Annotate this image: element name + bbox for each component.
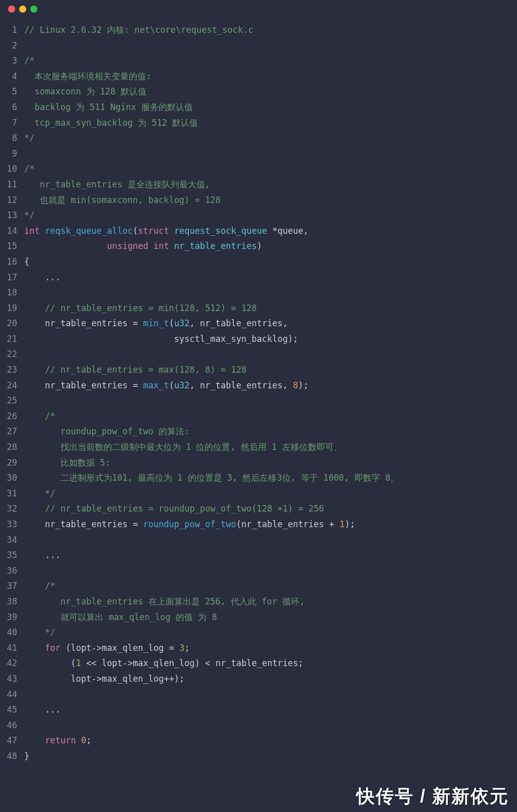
code-line: */: [24, 625, 511, 640]
code-line: ...: [24, 547, 511, 563]
line-number: 15: [0, 238, 17, 254]
token-op: ,: [190, 380, 200, 390]
token-keyword: unsigned: [107, 241, 148, 251]
code-line: roundup_pow_of_two 的算法:: [24, 424, 511, 439]
token-ident: lopt: [71, 674, 91, 684]
token-ident: nr_table_entries: [200, 318, 283, 328]
token-comment: /*: [24, 164, 34, 174]
code-line: tcp_max_syn_backlog 为 512 默认值: [24, 115, 511, 131]
code-line: (1 << lopt->max_qlen_log) < nr_table_ent…: [24, 655, 511, 671]
code-line: int reqsk_queue_alloc(struct request_soc…: [24, 223, 511, 239]
window-close-button[interactable]: [8, 6, 15, 13]
code-line: unsigned int nr_table_entries): [24, 238, 511, 254]
token-comment: // nr_table_entries = max(128, 8) = 128: [45, 365, 246, 375]
token-comment: 本次服务端环境相关变量的值:: [24, 71, 151, 81]
token-op: [24, 303, 45, 313]
token-op: );: [345, 519, 355, 529]
line-number: 25: [0, 393, 17, 409]
code-line: somaxconn 为 128 默认值: [24, 84, 511, 99]
token-comment: 二进制形式为101, 最高位为 1 的位置是 3, 然后左移3位, 等于 100…: [45, 473, 399, 483]
line-number: 44: [0, 687, 17, 702]
line-number: 3: [0, 53, 17, 69]
line-number: 47: [0, 733, 17, 748]
code-line: [24, 393, 511, 409]
token-comment: backlog 为 511 Nginx 服务的默认值: [24, 102, 193, 112]
line-number: 41: [0, 640, 17, 656]
code-line: */: [24, 486, 511, 501]
token-comment: /*: [45, 581, 55, 591]
token-op: [24, 581, 45, 591]
token-comment: roundup_pow_of_two 的算法:: [45, 426, 189, 436]
code-line: // Linux 2.6.32 内核: net\core\request_soc…: [24, 22, 511, 38]
code-line: backlog 为 511 Nginx 服务的默认值: [24, 99, 511, 115]
code-line: nr_table_entries = roundup_pow_of_two(nr…: [24, 517, 511, 532]
token-func: max_t: [143, 380, 169, 390]
code-line: lopt->max_qlen_log++);: [24, 671, 511, 687]
token-op: +: [324, 519, 340, 529]
token-op: );: [288, 334, 298, 344]
token-op: =: [128, 380, 143, 390]
token-op: [24, 735, 45, 745]
line-number: 31: [0, 486, 17, 501]
token-comment: */: [45, 488, 55, 498]
token-comment: // Linux 2.6.32 内核: net\core\request_soc…: [24, 25, 253, 35]
line-number: 6: [0, 99, 17, 115]
token-op: [24, 503, 45, 514]
token-op: ) <: [195, 658, 216, 668]
code-line: [24, 146, 511, 162]
code-line: nr_table_entries = min_t(u32, nr_table_e…: [24, 316, 511, 331]
code-line: /*: [24, 53, 511, 69]
code-line: /*: [24, 409, 511, 424]
token-keyword: return: [45, 735, 76, 745]
code-line: 比如数据 5:: [24, 455, 511, 471]
line-number: 7: [0, 115, 17, 131]
token-comment: // nr_table_entries = roundup_pow_of_two…: [45, 503, 324, 514]
token-op: <<: [81, 658, 102, 668]
code-editor[interactable]: 1234567891011121314151617181920212223242…: [0, 18, 517, 774]
token-ident: nr_table_entries: [45, 380, 128, 390]
window-maximize-button[interactable]: [30, 6, 37, 13]
token-comment: somaxconn 为 128 默认值: [24, 86, 146, 96]
code-content[interactable]: // Linux 2.6.32 内核: net\core\request_soc…: [24, 22, 517, 764]
line-number: 8: [0, 130, 17, 146]
token-ident: nr_table_entries: [241, 519, 324, 529]
token-op: );: [298, 380, 308, 390]
code-line: for (lopt->max_qlen_log = 3;: [24, 640, 511, 656]
token-comment: 也就是 min(somaxconn, backlog) = 128: [24, 195, 221, 205]
token-op: (: [169, 318, 174, 328]
window-titlebar: [0, 0, 517, 18]
line-number: 13: [0, 208, 17, 223]
line-number: 39: [0, 610, 17, 625]
token-comment: 找出当前数的二级制中最大位为 1 位的位置, 然后用 1 左移位数即可。: [45, 442, 342, 452]
line-number-gutter: 1234567891011121314151617181920212223242…: [0, 22, 24, 764]
token-comment: nr_table_entries 在上面算出是 256, 代入此 for 循环,: [45, 596, 305, 606]
token-op: (: [236, 519, 241, 529]
line-number: 36: [0, 563, 17, 579]
token-comment: */: [24, 133, 34, 143]
token-op: {: [24, 257, 29, 267]
line-number: 19: [0, 300, 17, 316]
token-op: [24, 643, 45, 653]
code-line: ...: [24, 702, 511, 718]
code-line: // nr_table_entries = max(128, 8) = 128: [24, 362, 511, 378]
window-minimize-button[interactable]: [19, 6, 26, 13]
line-number: 26: [0, 409, 17, 424]
line-number: 35: [0, 547, 17, 563]
token-op: [24, 674, 71, 684]
line-number: 23: [0, 362, 17, 378]
line-number: 29: [0, 455, 17, 471]
token-op: [24, 334, 174, 344]
token-type: u32: [174, 318, 190, 328]
token-ident: max_qlen_log: [102, 674, 164, 684]
token-op: ,: [303, 226, 308, 236]
token-arrow: ->: [123, 658, 133, 668]
token-num: 3: [179, 643, 184, 653]
code-line: 二进制形式为101, 最高位为 1 的位置是 3, 然后左移3位, 等于 100…: [24, 470, 511, 486]
token-op: [24, 380, 45, 390]
line-number: 38: [0, 594, 17, 610]
line-number: 45: [0, 702, 17, 718]
line-number: 43: [0, 671, 17, 687]
token-op: ;: [184, 643, 189, 653]
token-comment: tcp_max_syn_backlog 为 512 默认值: [24, 118, 198, 128]
token-type: request_sock_queue: [174, 226, 267, 236]
